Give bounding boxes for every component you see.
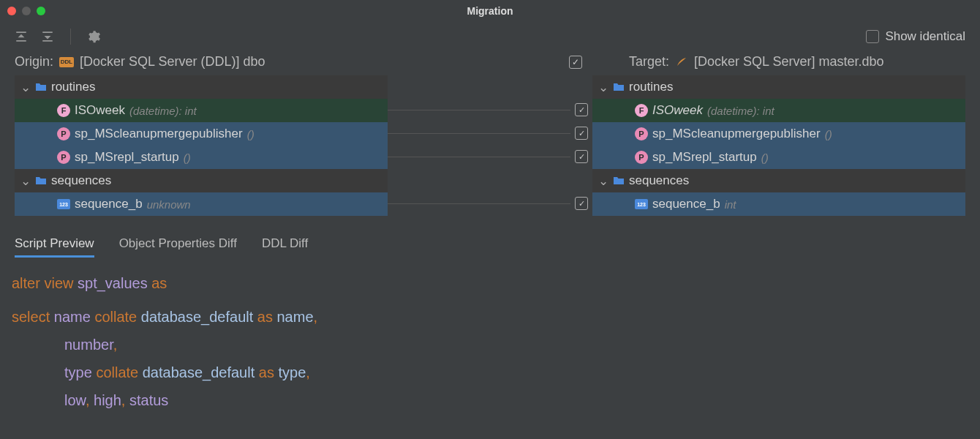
tabs: Script Preview Object Properties Diff DD… xyxy=(0,216,980,263)
procedure-icon: P xyxy=(635,127,648,140)
tab-script-preview[interactable]: Script Preview xyxy=(15,236,94,258)
chevron-down-icon: ⌄ xyxy=(20,173,31,189)
show-identical-checkbox[interactable] xyxy=(866,30,879,43)
tree-group-routines[interactable]: ⌄ routines xyxy=(592,75,965,99)
window-title: Migration xyxy=(467,5,513,17)
procedure-icon: P xyxy=(635,151,648,164)
folder-icon xyxy=(613,176,625,186)
function-icon: F xyxy=(57,104,70,117)
function-icon: F xyxy=(635,104,648,117)
window-maximize-button[interactable] xyxy=(37,7,45,15)
collapse-all-icon[interactable] xyxy=(15,30,28,43)
procedure-icon: P xyxy=(57,151,70,164)
map-checkbox[interactable]: ✓ xyxy=(575,103,588,116)
folder-icon xyxy=(35,176,47,186)
gear-icon[interactable] xyxy=(87,30,100,43)
origin-tree: ⌄ routines F ISOweek (datetime): int P s… xyxy=(15,75,388,216)
tree-item[interactable]: P sp_MScleanupmergepublisher () xyxy=(15,122,388,146)
show-identical-label: Show identical xyxy=(885,29,965,44)
tab-ddl-diff[interactable]: DDL Diff xyxy=(262,236,308,258)
expand-all-icon[interactable] xyxy=(41,30,54,43)
target-label: Target: xyxy=(629,54,669,70)
sqlserver-icon xyxy=(675,56,688,69)
tree-item[interactable]: 123 sequence_b int xyxy=(592,192,965,216)
origin-source: [Docker SQL Server (DDL)] dbo xyxy=(80,54,265,70)
titlebar: Migration xyxy=(0,0,980,22)
tree-group-sequences[interactable]: ⌄ sequences xyxy=(592,169,965,192)
tree-item[interactable]: F ISOweek (datetime): int xyxy=(592,99,965,122)
tree-item[interactable]: 123 sequence_b unknown xyxy=(15,192,388,216)
script-preview: alter view spt_values as select name col… xyxy=(0,263,980,420)
origin-label: Origin: xyxy=(15,54,53,70)
select-all-checkbox[interactable]: ✓ xyxy=(569,56,582,69)
source-labels: Origin: DDL [Docker SQL Server (DDL)] db… xyxy=(0,51,980,75)
tree-item[interactable]: P sp_MSrepl_startup () xyxy=(15,146,388,169)
map-checkbox[interactable]: ✓ xyxy=(575,127,588,140)
procedure-icon: P xyxy=(57,127,70,140)
folder-icon xyxy=(35,82,47,92)
toolbar-divider xyxy=(70,29,71,45)
tree-item[interactable]: P sp_MSrepl_startup () xyxy=(592,146,965,169)
tree-group-routines[interactable]: ⌄ routines xyxy=(15,75,388,99)
mapping-area: ✓ ✓ ✓ ✓ xyxy=(388,75,592,216)
tab-object-properties-diff[interactable]: Object Properties Diff xyxy=(119,236,237,258)
map-checkbox[interactable]: ✓ xyxy=(575,197,588,210)
sequence-icon: 123 xyxy=(635,199,648,209)
folder-icon xyxy=(613,82,625,92)
chevron-down-icon: ⌄ xyxy=(598,80,608,95)
target-source: [Docker SQL Server] master.dbo xyxy=(694,54,883,70)
tree-item[interactable]: F ISOweek (datetime): int xyxy=(15,99,388,122)
sequence-icon: 123 xyxy=(57,199,70,209)
tree-item[interactable]: P sp_MScleanupmergepublisher () xyxy=(592,122,965,146)
chevron-down-icon: ⌄ xyxy=(598,173,608,189)
ddl-icon: DDL xyxy=(59,57,74,67)
target-tree: ⌄ routines F ISOweek (datetime): int P s… xyxy=(592,75,965,216)
toolbar: Show identical xyxy=(0,22,980,51)
window-minimize-button[interactable] xyxy=(22,7,31,15)
tree-group-sequences[interactable]: ⌄ sequences xyxy=(15,169,388,192)
window-close-button[interactable] xyxy=(7,7,16,15)
map-checkbox[interactable]: ✓ xyxy=(575,150,588,163)
chevron-down-icon: ⌄ xyxy=(20,80,31,95)
